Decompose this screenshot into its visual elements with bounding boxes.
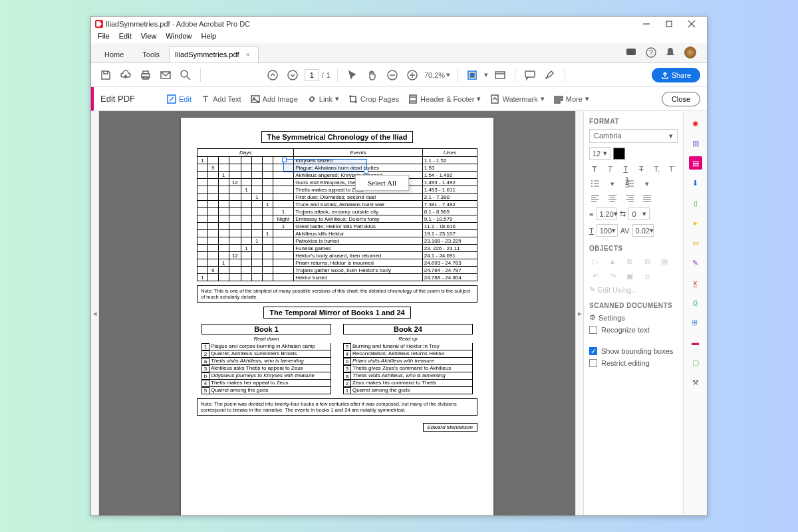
rail-sign-icon[interactable]: x̲ (689, 276, 702, 289)
tab-document[interactable]: IliadSymmetries.pdf × (169, 46, 259, 63)
note-1[interactable]: Note: This is one of the simplest of man… (197, 285, 477, 303)
edit-pdf-label: Edit PDF (100, 94, 135, 104)
rail-combine-icon[interactable]: ▥ (689, 136, 702, 150)
font-select[interactable]: Cambria▾ (589, 129, 678, 143)
menu-help[interactable]: Help (197, 31, 220, 43)
align-left-icon[interactable] (589, 193, 601, 203)
crop-button[interactable]: Crop Pages (344, 92, 403, 106)
pointer-icon[interactable] (344, 67, 360, 83)
rail-send-icon[interactable]: ▸ (689, 216, 702, 229)
color-swatch[interactable] (613, 148, 625, 160)
mail-icon[interactable] (158, 67, 174, 83)
italic-icon[interactable]: T (605, 164, 616, 174)
bold-icon[interactable]: T (589, 164, 600, 174)
align-right-icon[interactable] (624, 193, 636, 203)
add-image-button[interactable]: Add Image (247, 92, 302, 106)
tab-tools[interactable]: Tools (133, 47, 169, 63)
align-row (589, 193, 678, 203)
zoom-in-icon[interactable] (404, 67, 420, 83)
maximize-button[interactable] (658, 17, 680, 31)
mirror-title[interactable]: The Temporal Mirror of Books 1 and 24 (263, 307, 410, 319)
align-justify-icon[interactable] (641, 193, 653, 203)
rail-fill-icon[interactable]: ✎ (689, 256, 702, 269)
svg-rect-23 (555, 99, 563, 100)
note-2[interactable]: Note: The poem was divided into twenty-f… (197, 398, 477, 416)
pencil-icon: ✎ (589, 285, 595, 294)
show-bounding-check[interactable]: ✓Show bounding boxes (589, 347, 678, 355)
chronology-table[interactable]: DaysEventsLines1Khryseis seized1.1 - 1.5… (197, 148, 477, 281)
book24-column[interactable]: Book 24Read up5Burning and funeral of He… (343, 324, 473, 394)
author-credit[interactable]: Edward Mendelson (197, 422, 477, 430)
tab-close-icon[interactable]: × (243, 50, 253, 59)
help-icon[interactable]: ? (646, 47, 656, 58)
rail-protect-icon[interactable]: ⛨ (689, 316, 702, 329)
avatar[interactable] (684, 47, 696, 59)
menu-file[interactable]: File (94, 31, 114, 43)
restrict-edit-check[interactable]: Restrict editing (589, 359, 678, 367)
layer-icon: ⧈ (641, 271, 653, 281)
objects-header: OBJECTS (589, 245, 678, 252)
rail-export-icon[interactable]: ⬇ (689, 176, 702, 190)
ctx-select-all[interactable]: Select All (356, 177, 408, 189)
align-center-icon[interactable] (606, 193, 618, 203)
menu-window[interactable]: Window (162, 31, 196, 43)
book1-column[interactable]: Book 1Read down1Plague and corpse-burnin… (201, 324, 331, 394)
bell-icon[interactable] (666, 47, 675, 58)
rail-optimize-icon[interactable]: ▢ (689, 356, 702, 369)
close-button[interactable] (680, 17, 703, 31)
read-mode-icon[interactable] (492, 67, 508, 83)
pdf-page[interactable]: The Symmetrical Chronology of the Iliad … (181, 118, 493, 515)
watermark-button[interactable]: Watermark ▾ (486, 92, 548, 106)
rail-organize-icon[interactable]: ▯ (689, 196, 702, 209)
fit-icon[interactable] (464, 67, 480, 83)
print-icon[interactable] (138, 67, 154, 83)
tracking-input[interactable]: 0.02▾ (632, 224, 654, 237)
link-button[interactable]: Link ▾ (303, 92, 343, 106)
hand-icon[interactable] (364, 67, 380, 83)
zoom-select[interactable]: 70.2% ▾ (424, 70, 450, 79)
indent-input[interactable]: 0▾ (628, 207, 650, 220)
menu-view[interactable]: View (137, 31, 161, 43)
strike-icon[interactable]: T (636, 164, 647, 174)
minimize-button[interactable] (635, 17, 658, 31)
scale-input[interactable]: 100▾ (597, 224, 618, 237)
rail-print-icon[interactable]: ⎙ (689, 296, 702, 309)
zoom-out-icon[interactable] (384, 67, 400, 83)
save-icon[interactable] (98, 67, 114, 83)
tabbar: Home Tools IliadSymmetries.pdf × ? (91, 43, 707, 63)
line-height-input[interactable]: 1.20▾ (596, 207, 617, 220)
highlight-icon[interactable] (542, 67, 558, 83)
share-button[interactable]: Share (652, 68, 700, 82)
doc-title[interactable]: The Symmetrical Chronology of the Iliad (261, 131, 414, 143)
add-text-button[interactable]: Add Text (197, 92, 245, 106)
settings-row[interactable]: ⚙Settings (589, 313, 678, 322)
number-list-icon[interactable]: 123 (624, 178, 636, 189)
close-editbar-button[interactable]: Close (662, 92, 700, 106)
recognize-text-check[interactable]: Recognize text (589, 326, 678, 334)
rail-comment-icon[interactable]: ▭ (689, 236, 702, 249)
page-down-icon[interactable] (285, 67, 301, 83)
underline-icon[interactable]: T (620, 164, 631, 174)
rail-create-icon[interactable]: ◉ (689, 116, 702, 130)
rail-edit-icon[interactable]: ▤ (689, 156, 702, 170)
cloud-icon[interactable] (118, 67, 134, 83)
search-icon[interactable] (178, 67, 194, 83)
page-input[interactable] (305, 69, 319, 81)
more-button[interactable]: More ▾ (550, 92, 593, 106)
document-canvas[interactable]: The Symmetrical Chronology of the Iliad … (99, 111, 575, 515)
right-collapse[interactable]: ▸ (575, 111, 583, 515)
rail-more-icon[interactable]: ⚒ (689, 376, 702, 389)
chat-icon[interactable] (626, 48, 636, 57)
left-collapse[interactable]: ◂ (91, 111, 99, 515)
page-up-icon[interactable] (265, 67, 281, 83)
font-size-input[interactable]: 12▾ (589, 147, 610, 160)
comment-icon[interactable] (522, 67, 538, 83)
tab-home[interactable]: Home (95, 47, 133, 63)
superscript-icon[interactable]: T˙ (668, 164, 678, 174)
edit-button[interactable]: Edit (163, 92, 196, 106)
subscript-icon[interactable]: T. (652, 164, 662, 174)
menu-edit[interactable]: Edit (115, 31, 136, 43)
bullet-list-icon[interactable] (589, 178, 601, 189)
header-footer-button[interactable]: Header & Footer ▾ (404, 92, 485, 106)
rail-redact-icon[interactable]: ▬ (689, 336, 702, 349)
